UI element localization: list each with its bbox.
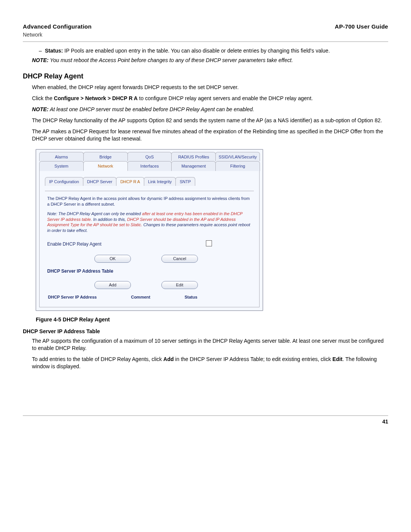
header-separator <box>23 42 388 42</box>
subsection-heading-ip-table: DHCP Server IP Address Table <box>23 328 388 335</box>
header-sub-left: Network <box>23 31 92 38</box>
screenshot-panel: Alarms Bridge QoS RADIUS Profiles SSID/V… <box>36 149 263 311</box>
cancel-button[interactable]: Cancel <box>161 255 198 263</box>
tab-network[interactable]: Network <box>83 161 128 171</box>
subtab-underline <box>45 191 254 191</box>
subtab-ip-configuration[interactable]: IP Configuration <box>45 177 83 186</box>
subsection-p2-add: Add <box>163 356 174 362</box>
subtab-dhcp-ra[interactable]: DHCP R A <box>116 177 144 186</box>
tab-radius-profiles[interactable]: RADIUS Profiles <box>171 152 216 161</box>
subsection-p2-pre: To add entries to the table of DHCP Rela… <box>32 356 163 362</box>
status-label: Status: <box>45 48 63 54</box>
panel-note: Note: The DHCP Relay Agent can only be e… <box>47 211 252 233</box>
col-dhcp-server-ip: DHCP Server IP Address <box>48 294 97 300</box>
col-status: Status <box>185 294 198 300</box>
subsection-p2-mid: in the DHCP Server IP Address Table; to … <box>174 356 332 362</box>
panel-description: The DHCP Relay Agent in the access point… <box>47 196 252 207</box>
tab-system[interactable]: System <box>39 161 84 171</box>
tab-bridge[interactable]: Bridge <box>83 152 128 161</box>
tab-interfaces[interactable]: Interfaces <box>127 161 172 171</box>
subsection-p2: To add entries to the table of DHCP Rela… <box>32 356 388 370</box>
tab-filtering[interactable]: Filtering <box>215 161 260 171</box>
section-p2-pre: Click the <box>32 95 54 101</box>
section-p1: When enabled, the DHCP relay agent forwa… <box>32 84 388 91</box>
section-p4: The AP makes a DHCP Request for lease re… <box>32 128 388 142</box>
dash-glyph: – <box>39 47 45 54</box>
subtab-dhcp-server[interactable]: DHCP Server <box>83 177 116 186</box>
section-heading-dhcp-relay-agent: DHCP Relay Agent <box>23 72 388 81</box>
subsection-p1: The AP supports the configuration of a m… <box>32 337 388 352</box>
panel-note-pre: Note: The DHCP Relay Agent can only be e… <box>47 211 142 216</box>
subtab-link-integrity[interactable]: Link Integrity <box>144 177 176 186</box>
section-p2-bold: Configure > Network > DHCP R A <box>54 95 138 101</box>
note2-text: At least one DHCP server must be enabled… <box>49 106 254 112</box>
note1-label: NOTE: <box>32 57 49 63</box>
status-list-item: – Status: IP Pools are enabled upon entr… <box>39 47 388 54</box>
page-number: 41 <box>23 418 388 425</box>
edit-button[interactable]: Edit <box>161 281 198 289</box>
subtab-sntp[interactable]: SNTP <box>175 177 195 186</box>
section-p2: Click the Configure > Network > DHCP R A… <box>32 95 388 102</box>
note2-label: NOTE: <box>32 106 49 112</box>
tab-qos[interactable]: QoS <box>127 152 172 161</box>
section-p3: The DHCP Relay functionality of the AP s… <box>32 117 388 124</box>
enable-dhcp-relay-checkbox[interactable] <box>206 240 212 246</box>
status-text: IP Pools are enabled upon entry in the t… <box>63 48 330 54</box>
note1-text: You must reboot the Access Point before … <box>49 57 293 63</box>
header-title-right: AP-700 User Guide <box>335 23 388 38</box>
subsection-p2-edit: Edit <box>333 356 342 362</box>
col-comment: Comment <box>131 294 150 300</box>
ok-button[interactable]: OK <box>94 255 131 263</box>
panel-note-mid: In addition to this, <box>92 217 127 222</box>
dhcp-server-ip-table-title: DHCP Server IP Address Table <box>47 268 252 274</box>
add-button[interactable]: Add <box>94 281 131 289</box>
enable-dhcp-relay-label: Enable DHCP Relay Agent <box>47 241 206 247</box>
tab-ssid-vlan-security[interactable]: SSID/VLAN/Security <box>215 152 260 161</box>
tab-management[interactable]: Management <box>171 161 216 171</box>
section-p2-post: to configure DHCP relay agent servers an… <box>138 95 313 101</box>
header-title-left: Advanced Configuration <box>23 23 92 30</box>
tab-alarms[interactable]: Alarms <box>39 152 84 161</box>
footer-separator <box>23 415 388 416</box>
note2: NOTE: At least one DHCP server must be e… <box>32 106 388 113</box>
figure-caption: Figure 4-5 DHCP Relay Agent <box>36 316 388 323</box>
